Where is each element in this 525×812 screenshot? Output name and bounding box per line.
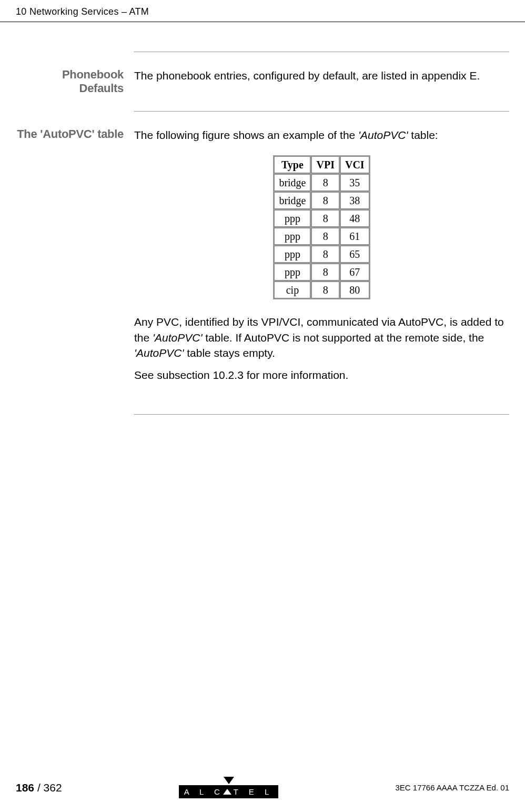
body-phonebook: The phonebook entries, configured by def… <box>134 68 509 95</box>
table-row: ppp 8 67 <box>274 264 369 280</box>
autopvc-intro: The following figure shows an example of… <box>134 127 509 143</box>
autopvc-para2: Any PVC, identified by its VPI/VCI, comm… <box>134 314 509 360</box>
page-current: 186 <box>16 781 34 794</box>
page-number: 186 / 362 <box>16 781 62 794</box>
table-row: bridge 8 38 <box>274 192 369 209</box>
page-sep: / <box>34 781 44 794</box>
section-phonebook-defaults: Phonebook Defaults The phonebook entries… <box>16 52 509 111</box>
triangle-up-icon <box>223 789 231 795</box>
autopvc-para3: See subsection 10.2.3 for more informati… <box>134 367 509 383</box>
table-row: cip 8 80 <box>274 282 369 298</box>
triangle-down-icon <box>224 777 234 784</box>
table-row: ppp 8 48 <box>274 210 369 227</box>
doc-reference: 3EC 17766 AAAA TCZZA Ed. 01 <box>395 783 509 792</box>
page-footer: 186 / 362 A L C T E L 3EC 17766 AAAA TCZ… <box>0 777 525 798</box>
th-type: Type <box>274 156 310 173</box>
body-autopvc: The following figure shows an example of… <box>134 127 509 389</box>
th-vpi: VPI <box>311 156 339 173</box>
page-content: Phonebook Defaults The phonebook entries… <box>0 22 525 415</box>
divider <box>134 414 509 415</box>
table-row: bridge 8 35 <box>274 174 369 191</box>
table-row: ppp 8 61 <box>274 228 369 245</box>
alcatel-logo: A L C T E L <box>179 777 279 798</box>
side-heading-autopvc: The 'AutoPVC' table <box>16 127 124 389</box>
autopvc-table: Type VPI VCI bridge 8 35 bridge <box>273 155 370 299</box>
autopvc-table-wrapper: Type VPI VCI bridge 8 35 bridge <box>134 155 509 299</box>
table-row: ppp 8 65 <box>274 246 369 263</box>
header-title: 10 Networking Services – ATM <box>16 6 149 17</box>
page-total: 362 <box>44 781 62 794</box>
side-heading-phonebook: Phonebook Defaults <box>16 68 124 95</box>
th-vci: VCI <box>340 156 369 173</box>
page-header: 10 Networking Services – ATM <box>0 0 525 22</box>
table-header-row: Type VPI VCI <box>274 156 369 173</box>
section-autopvc: The 'AutoPVC' table The following figure… <box>16 112 509 405</box>
logo-bar: A L C T E L <box>179 785 279 798</box>
phonebook-paragraph: The phonebook entries, configured by def… <box>134 68 509 83</box>
